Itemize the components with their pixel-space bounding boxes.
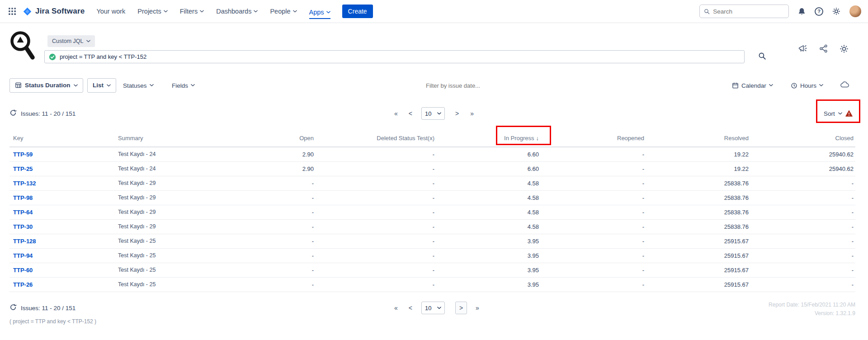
- cell-summary: Test Kaydı - 29: [114, 190, 250, 205]
- page-size-value: 10: [425, 110, 431, 117]
- cell-resolved: 25838.76: [646, 176, 750, 190]
- column-header-open[interactable]: Open: [250, 131, 316, 147]
- pager-top: « < 10 > »: [394, 107, 474, 120]
- next-page-button[interactable]: >: [455, 302, 467, 314]
- issue-date-filter-input[interactable]: [403, 82, 503, 89]
- global-search[interactable]: [699, 5, 789, 18]
- nav-item-projects[interactable]: Projects: [137, 6, 167, 17]
- issue-key-link[interactable]: TTP-64: [13, 209, 33, 216]
- page-size-select[interactable]: 10: [421, 107, 445, 120]
- nav-item-your-work[interactable]: Your work: [96, 6, 125, 17]
- issue-key-link[interactable]: TTP-30: [13, 223, 33, 230]
- export-cloud-icon[interactable]: [840, 81, 849, 90]
- column-header-deleted-status[interactable]: Deleted Status Test(x): [316, 131, 436, 147]
- layout-dropdown[interactable]: List: [87, 78, 116, 93]
- cell-open: -: [250, 219, 316, 234]
- page-size-select[interactable]: 10: [421, 302, 445, 314]
- nav-right: ?: [699, 5, 868, 18]
- chevron-down-icon: [254, 10, 258, 13]
- first-page-button[interactable]: «: [394, 304, 398, 312]
- report-version: Version: 1.32.1.9: [769, 309, 855, 318]
- share-icon[interactable]: [819, 44, 828, 55]
- cell-closed: -: [750, 263, 855, 277]
- report-settings-gear-icon[interactable]: [839, 44, 849, 56]
- query-mode-dropdown[interactable]: Custom JQL: [47, 35, 95, 47]
- cell-deleted-status: -: [316, 176, 436, 190]
- refresh-icon[interactable]: [9, 304, 17, 312]
- cell-in-progress: 6.60: [436, 147, 541, 161]
- nav-item-filters[interactable]: Filters: [180, 6, 204, 17]
- notifications-bell-icon[interactable]: [797, 7, 806, 16]
- settings-gear-icon[interactable]: [832, 7, 841, 16]
- last-page-button[interactable]: »: [470, 110, 474, 117]
- brand-title: Jira Software: [35, 7, 85, 16]
- cell-key: TTP-94: [9, 248, 114, 263]
- chevron-down-icon: [437, 112, 441, 115]
- cell-open: 2.90: [250, 147, 316, 161]
- announcement-megaphone-icon[interactable]: [798, 44, 808, 56]
- issue-key-link[interactable]: TTP-59: [13, 151, 33, 158]
- prev-page-button[interactable]: <: [409, 110, 412, 117]
- help-icon[interactable]: ?: [815, 7, 823, 16]
- cell-reopened: -: [541, 147, 646, 161]
- cell-summary: Test Kaydı - 25: [114, 277, 250, 292]
- column-header-summary[interactable]: Summary: [114, 131, 250, 147]
- jql-input-field[interactable]: project = TTP and key < TTP-152: [44, 50, 745, 63]
- issue-key-link[interactable]: TTP-26: [13, 281, 33, 288]
- column-header-in-progress[interactable]: In Progress↓: [436, 131, 541, 147]
- cell-in-progress: 3.95: [436, 277, 541, 292]
- column-header-reopened[interactable]: Reopened: [541, 131, 646, 147]
- issue-key-link[interactable]: TTP-25: [13, 165, 33, 172]
- chevron-down-icon: [293, 10, 297, 13]
- statuses-dropdown[interactable]: Statuses: [123, 82, 154, 89]
- column-header-key[interactable]: Key: [9, 131, 114, 147]
- issue-key-link[interactable]: TTP-98: [13, 194, 33, 201]
- table-row: TTP-98 Test Kaydı - 29 - - 4.58 - 25838.…: [9, 190, 855, 205]
- calendar-dropdown[interactable]: Calendar: [732, 82, 773, 89]
- global-search-input[interactable]: [713, 8, 784, 15]
- issues-count-label: Issues: 11 - 20 / 151: [21, 110, 75, 117]
- cell-deleted-status: -: [316, 234, 436, 248]
- sort-dropdown[interactable]: Sort: [824, 110, 853, 117]
- sort-warning-icon: [845, 110, 853, 117]
- fields-dropdown[interactable]: Fields: [172, 82, 195, 89]
- next-page-button[interactable]: >: [455, 110, 459, 117]
- nav-item-apps[interactable]: Apps: [309, 7, 330, 19]
- column-header-closed[interactable]: Closed: [750, 131, 855, 147]
- jira-logo[interactable]: Jira Software: [23, 7, 85, 16]
- issues-count-top: Issues: 11 - 20 / 151: [9, 109, 75, 118]
- cell-summary: Test Kaydı - 29: [114, 176, 250, 190]
- cell-key: TTP-132: [9, 176, 114, 190]
- report-date: Report Date: 15/Feb/2021 11:20 AM: [769, 301, 855, 309]
- issue-key-link[interactable]: TTP-94: [13, 252, 33, 259]
- run-query-search-icon[interactable]: [758, 52, 766, 62]
- table-row: TTP-26 Test Kaydı - 25 - - 3.95 - 25915.…: [9, 277, 855, 292]
- chevron-down-icon: [150, 84, 154, 87]
- report-type-dropdown[interactable]: Status Duration: [9, 78, 83, 93]
- issues-count-label: Issues: 11 - 20 / 151: [21, 305, 75, 312]
- nav-item-people[interactable]: People: [270, 6, 297, 17]
- table-row: TTP-132 Test Kaydı - 29 - - 4.58 - 25838…: [9, 176, 855, 190]
- cell-resolved: 19.22: [646, 147, 750, 161]
- refresh-icon[interactable]: [9, 109, 17, 118]
- cell-open: -: [250, 205, 316, 219]
- issue-key-link[interactable]: TTP-132: [13, 180, 36, 187]
- issues-count-bottom: Issues: 11 - 20 / 151: [9, 304, 75, 312]
- issue-key-link[interactable]: TTP-60: [13, 267, 33, 274]
- issue-key-link[interactable]: TTP-128: [13, 238, 36, 245]
- jql-query-text[interactable]: project = TTP and key < TTP-152: [60, 53, 740, 60]
- column-header-resolved[interactable]: Resolved: [646, 131, 750, 147]
- first-page-button[interactable]: «: [394, 110, 398, 117]
- cell-closed: -: [750, 277, 855, 292]
- cell-in-progress: 4.58: [436, 176, 541, 190]
- app-switcher-icon[interactable]: [8, 7, 16, 15]
- create-button[interactable]: Create: [342, 5, 373, 18]
- cell-deleted-status: -: [316, 277, 436, 292]
- last-page-button[interactable]: »: [476, 304, 479, 312]
- status-duration-table: Key Summary Open Deleted Status Test(x) …: [9, 131, 855, 292]
- time-unit-dropdown[interactable]: Hours: [791, 82, 823, 89]
- prev-page-button[interactable]: <: [409, 304, 412, 312]
- user-avatar[interactable]: [849, 5, 861, 17]
- cell-open: -: [250, 234, 316, 248]
- nav-item-dashboards[interactable]: Dashboards: [216, 6, 258, 17]
